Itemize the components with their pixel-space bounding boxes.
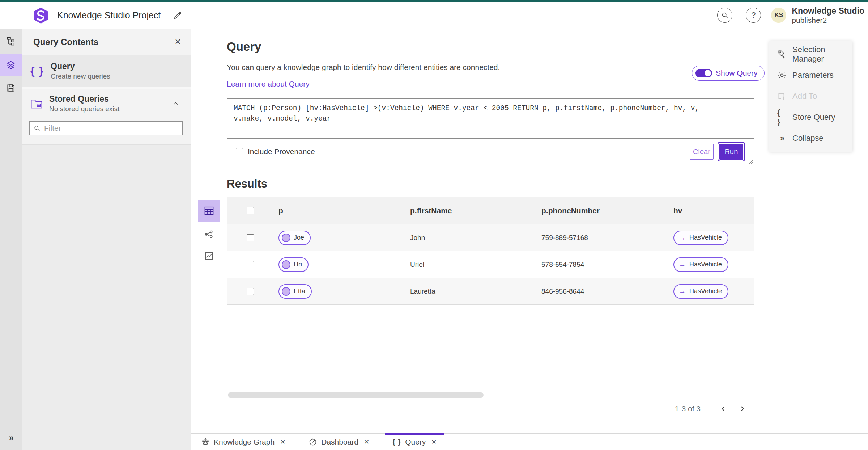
relationship-pill[interactable]: → HasVehicle: [673, 257, 728, 272]
entity-label: Uri: [294, 261, 302, 268]
chevron-right-icon: [739, 405, 746, 412]
query-editor-box: MATCH (p:Person)-[hv:HasVehicle]->(v:Veh…: [227, 98, 754, 165]
toggle-on-icon: [695, 69, 712, 77]
table-footer: 1-3 of 3: [227, 398, 754, 420]
entity-node-icon: [282, 287, 290, 296]
selection-manager-button[interactable]: Selection Manager: [769, 44, 852, 65]
tab-label: Knowledge Graph: [214, 438, 275, 446]
clear-button[interactable]: Clear: [690, 144, 714, 160]
main-content: Query You can query a knowledge graph to…: [191, 29, 868, 433]
project-title: Knowledge Studio Project: [57, 10, 161, 21]
entity-pill[interactable]: Etta: [278, 284, 312, 299]
include-provenance-label: Include Provenance: [248, 147, 315, 156]
expand-panel-button[interactable]: »: [0, 433, 22, 443]
learn-more-link[interactable]: Learn more about Query: [227, 80, 310, 88]
add-to-label: Add To: [792, 92, 817, 101]
stored-item-text: Stored Queries No stored queries exist: [49, 94, 119, 113]
show-query-label: Show Query: [716, 69, 758, 77]
column-header-firstname[interactable]: p.firstName: [405, 197, 536, 224]
save-icon: [6, 83, 16, 93]
user-app-name: Knowledge Studio: [792, 6, 864, 16]
pencil-icon: [173, 11, 182, 20]
app-header: Knowledge Studio Project ? KS: [0, 2, 868, 29]
row-checkbox[interactable]: [247, 288, 254, 295]
tab-knowledge-graph[interactable]: Knowledge Graph ✕: [194, 434, 293, 450]
tab-dashboard[interactable]: Dashboard ✕: [301, 434, 376, 450]
close-tab-icon[interactable]: ✕: [431, 438, 437, 446]
dashboard-gauge-icon: [309, 438, 317, 446]
close-panel-button[interactable]: ✕: [175, 37, 181, 47]
row-checkbox[interactable]: [247, 234, 254, 241]
include-provenance-checkbox[interactable]: [236, 148, 243, 155]
chart-view-button[interactable]: [198, 247, 220, 265]
results-title: Results: [227, 177, 267, 190]
close-tab-icon[interactable]: ✕: [364, 438, 369, 446]
graph-view-button[interactable]: [198, 225, 220, 243]
query-item-text: Query Create new queries: [51, 62, 110, 80]
next-page-button[interactable]: [735, 402, 749, 416]
edit-title-button[interactable]: [171, 9, 184, 22]
tab-query[interactable]: { } Query ✕: [385, 434, 444, 450]
previous-page-button[interactable]: [716, 402, 730, 416]
rail-item-schema[interactable]: [0, 32, 22, 50]
search-button[interactable]: [717, 8, 732, 23]
rail-item-layers[interactable]: [0, 54, 22, 76]
panel-item-stored-queries[interactable]: Stored Queries No stored queries exist: [22, 89, 191, 118]
selection-manager-label: Selection Manager: [792, 45, 852, 64]
show-query-toggle[interactable]: Show Query: [692, 66, 765, 81]
panel-header: Query Contents ✕: [22, 29, 191, 55]
search-icon: [721, 11, 729, 19]
close-icon: ✕: [175, 37, 181, 47]
panel-empty-area: [22, 144, 191, 450]
panel-item-query[interactable]: { } Query Create new queries: [22, 55, 191, 87]
stored-item-subtitle: No stored queries exist: [49, 105, 119, 113]
query-code-input[interactable]: MATCH (p:Person)-[hv:HasVehicle]->(v:Veh…: [227, 99, 754, 139]
filter-input[interactable]: [44, 124, 179, 133]
collapse-label: Collapse: [792, 134, 824, 143]
cell-firstname: John: [410, 234, 425, 242]
relationship-pill[interactable]: → HasVehicle: [673, 231, 728, 245]
user-block: Knowledge Studio publisher2: [792, 6, 864, 25]
entity-pill[interactable]: Uri: [278, 257, 309, 272]
add-to-button: Add To: [769, 86, 852, 107]
column-header-p[interactable]: p: [273, 197, 405, 224]
entity-node-icon: [282, 234, 290, 242]
stored-item-title: Stored Queries: [49, 94, 119, 104]
column-header-phonenumber[interactable]: p.phoneNumber: [536, 197, 668, 224]
store-query-button[interactable]: { } Store Query: [769, 107, 852, 128]
entity-pill[interactable]: Joe: [278, 231, 311, 245]
run-button[interactable]: Run: [719, 144, 743, 160]
arrow-right-icon: →: [679, 261, 686, 269]
table-view-button[interactable]: [198, 200, 220, 222]
search-icon: [33, 125, 41, 132]
chevrons-right-icon: »: [9, 433, 13, 442]
store-query-label: Store Query: [792, 113, 835, 122]
select-all-checkbox[interactable]: [247, 207, 254, 214]
panel-title: Query Contents: [33, 37, 98, 47]
chevron-up-icon[interactable]: [172, 100, 180, 108]
chevrons-right-icon: »: [777, 134, 787, 143]
left-rail: »: [0, 29, 22, 450]
knowledge-studio-app: Knowledge Studio Project ? KS: [0, 0, 868, 450]
avatar[interactable]: KS: [771, 8, 786, 23]
entity-node-icon: [282, 260, 290, 269]
network-icon: [204, 230, 214, 239]
close-tab-icon[interactable]: ✕: [280, 438, 285, 446]
column-header-hv[interactable]: hv: [668, 197, 754, 224]
help-button[interactable]: ?: [746, 8, 761, 23]
resize-handle-icon[interactable]: [749, 160, 753, 164]
add-to-icon: [777, 92, 787, 101]
relationship-label: HasVehicle: [689, 261, 722, 268]
relationship-pill[interactable]: → HasVehicle: [673, 284, 728, 299]
pagination-range: 1-3 of 3: [675, 404, 701, 413]
collapse-button[interactable]: » Collapse: [769, 128, 852, 149]
entity-label: Etta: [294, 287, 305, 295]
horizontal-scrollbar[interactable]: [228, 392, 484, 398]
parameters-button[interactable]: Parameters: [769, 65, 852, 86]
help-icon: ?: [751, 10, 756, 20]
chevron-left-icon: [720, 405, 727, 412]
row-checkbox[interactable]: [247, 261, 254, 268]
rail-item-save[interactable]: [0, 79, 22, 97]
query-contents-panel: Query Contents ✕ { } Query Create new qu…: [22, 29, 191, 450]
header-divider: [739, 6, 739, 24]
